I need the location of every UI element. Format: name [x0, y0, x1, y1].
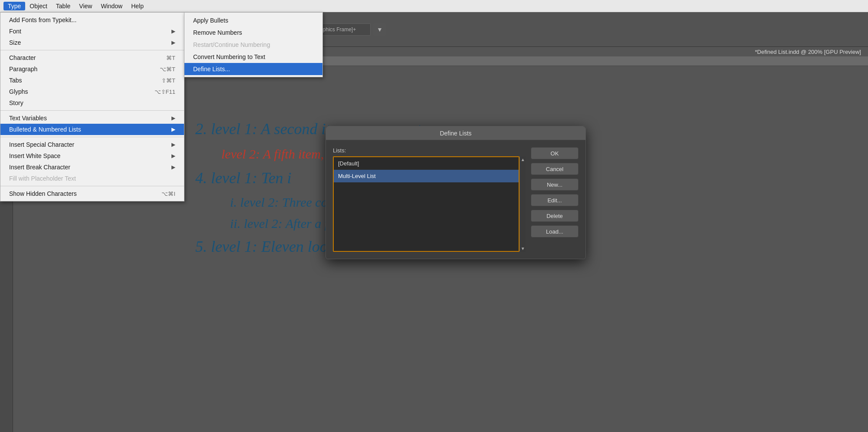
- submenu-remove-numbers[interactable]: Remove Numbers: [184, 26, 322, 39]
- menubar: Type Object Table View Window Help: [0, 0, 868, 12]
- menu-divider-4: [0, 186, 184, 186]
- menu-show-hidden[interactable]: Show Hidden Characters ⌥⌘I: [0, 188, 184, 199]
- menubar-type[interactable]: Type: [3, 2, 25, 10]
- paragraph-shortcut: ⌥⌘T: [160, 66, 175, 73]
- insert-break-arrow: ▶: [171, 164, 175, 170]
- menubar-table[interactable]: Table: [52, 2, 75, 10]
- menu-paragraph[interactable]: Paragraph ⌥⌘T: [0, 63, 184, 75]
- font-arrow: ▶: [171, 28, 175, 34]
- menu-add-fonts[interactable]: Add Fonts from Typekit...: [0, 14, 184, 26]
- menu-fill-placeholder: Fill with Placeholder Text: [0, 173, 184, 184]
- menubar-object[interactable]: Object: [25, 2, 51, 10]
- lists-label: Lists:: [333, 147, 526, 154]
- character-shortcut: ⌘T: [166, 55, 175, 61]
- menu-character[interactable]: Character ⌘T: [0, 52, 184, 63]
- insert-special-arrow: ▶: [171, 142, 175, 148]
- menu-glyphs[interactable]: Glyphs ⌥⇧F11: [0, 86, 184, 97]
- new-button[interactable]: New...: [531, 178, 579, 191]
- bullets-submenu: Apply Bullets Remove Numbers Restart/Con…: [184, 12, 323, 77]
- dialog-body: Lists: [Default] Multi-Level List ▲ ▼ OK…: [326, 140, 585, 259]
- menu-text-variables[interactable]: Text Variables ▶: [0, 112, 184, 124]
- menu-insert-special[interactable]: Insert Special Character ▶: [0, 139, 184, 150]
- menu-divider-1: [0, 50, 184, 50]
- dialog-titlebar: Define Lists: [326, 126, 585, 140]
- menu-bulleted-lists[interactable]: Bulleted & Numbered Lists ▶: [0, 124, 184, 135]
- dialog-left: Lists: [Default] Multi-Level List ▲ ▼: [333, 147, 526, 252]
- dialog-right: OK Cancel New... Edit... Delete Load...: [531, 147, 579, 252]
- define-lists-dialog[interactable]: Define Lists Lists: [Default] Multi-Leve…: [326, 126, 586, 259]
- menubar-window[interactable]: Window: [96, 2, 127, 10]
- menu-size[interactable]: Size ▶: [0, 37, 184, 48]
- bulleted-arrow: ▶: [171, 126, 175, 132]
- doc-title: *Defined List.indd @ 200% [GPU Preview]: [755, 49, 861, 55]
- cancel-button[interactable]: Cancel: [531, 163, 579, 175]
- submenu-apply-bullets[interactable]: Apply Bullets: [184, 14, 322, 26]
- menu-insert-break[interactable]: Insert Break Character ▶: [0, 162, 184, 173]
- text-variables-arrow: ▶: [171, 115, 175, 121]
- tabs-shortcut: ⇧⌘T: [161, 77, 175, 84]
- menu-divider-2: [0, 110, 184, 111]
- menu-divider-3: [0, 137, 184, 137]
- menu-font[interactable]: Font ▶: [0, 26, 184, 37]
- listbox-item-default[interactable]: [Default]: [334, 157, 519, 170]
- insert-whitespace-arrow: ▶: [171, 153, 175, 159]
- submenu-restart-numbering: Restart/Continue Numbering: [184, 39, 322, 51]
- edit-button[interactable]: Edit...: [531, 194, 579, 206]
- dialog-title: Define Lists: [440, 130, 471, 137]
- listbox-item-multilevel[interactable]: Multi-Level List: [334, 170, 519, 182]
- lists-listbox[interactable]: [Default] Multi-Level List: [333, 156, 519, 252]
- menu-story[interactable]: Story: [0, 97, 184, 109]
- load-button[interactable]: Load...: [531, 225, 579, 237]
- menubar-help[interactable]: Help: [127, 2, 148, 10]
- type-menu: Add Fonts from Typekit... Font ▶ Size ▶ …: [0, 12, 184, 201]
- show-hidden-shortcut: ⌥⌘I: [161, 191, 175, 197]
- menu-tabs[interactable]: Tabs ⇧⌘T: [0, 75, 184, 86]
- menu-insert-whitespace[interactable]: Insert White Space ▶: [0, 150, 184, 162]
- submenu-convert-numbering[interactable]: Convert Numbering to Text: [184, 51, 322, 63]
- submenu-define-lists[interactable]: Define Lists...: [184, 63, 322, 75]
- delete-button[interactable]: Delete: [531, 210, 579, 222]
- menubar-view[interactable]: View: [75, 2, 96, 10]
- size-arrow: ▶: [171, 40, 175, 46]
- glyphs-shortcut: ⌥⇧F11: [155, 89, 175, 95]
- ok-button[interactable]: OK: [531, 147, 579, 159]
